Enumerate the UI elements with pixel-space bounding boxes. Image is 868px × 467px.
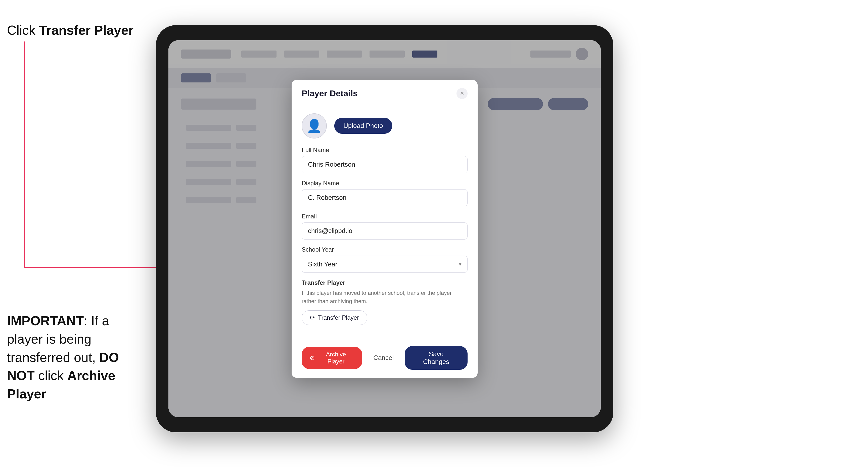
transfer-section-title: Transfer Player (302, 279, 468, 286)
school-year-label: School Year (302, 246, 468, 253)
school-year-select-wrapper: First Year Second Year Third Year Fourth… (302, 256, 468, 273)
archive-player-label: Archive Player (318, 351, 354, 365)
email-label: Email (302, 213, 468, 220)
email-group: Email (302, 213, 468, 240)
full-name-input[interactable] (302, 156, 468, 173)
display-name-group: Display Name (302, 180, 468, 206)
avatar-person-icon: 👤 (306, 119, 322, 133)
instruction-rest2: click (35, 368, 67, 383)
instruction-top: Click Transfer Player (7, 23, 133, 38)
avatar-circle: 👤 (302, 113, 327, 138)
instruction-highlight: Transfer Player (39, 23, 133, 37)
modal-title: Player Details (302, 89, 358, 98)
tablet-screen: Player Details × 👤 Upload Photo Full Nam (168, 40, 601, 417)
transfer-player-button[interactable]: ⟳ Transfer Player (302, 310, 367, 325)
school-year-select[interactable]: First Year Second Year Third Year Fourth… (302, 256, 468, 273)
archive-icon: ⊘ (310, 354, 315, 362)
modal-header: Player Details × (291, 80, 477, 105)
transfer-icon: ⟳ (310, 314, 315, 321)
modal-close-button[interactable]: × (457, 88, 468, 99)
display-name-label: Display Name (302, 180, 468, 187)
modal-body: 👤 Upload Photo Full Name Display Name (291, 105, 477, 341)
transfer-player-section: Transfer Player If this player has moved… (302, 279, 468, 325)
archive-player-button[interactable]: ⊘ Archive Player (302, 347, 362, 369)
transfer-player-button-label: Transfer Player (318, 314, 359, 321)
instruction-prefix: Click (7, 23, 39, 37)
school-year-group: School Year First Year Second Year Third… (302, 246, 468, 273)
display-name-input[interactable] (302, 189, 468, 206)
transfer-section-description: If this player has moved to another scho… (302, 289, 468, 305)
cancel-button[interactable]: Cancel (367, 350, 400, 366)
full-name-group: Full Name (302, 147, 468, 173)
important-label: IMPORTANT (7, 313, 84, 328)
full-name-label: Full Name (302, 147, 468, 154)
email-input[interactable] (302, 222, 468, 240)
modal-footer: ⊘ Archive Player Cancel Save Changes (291, 341, 477, 378)
tablet-device: Player Details × 👤 Upload Photo Full Nam (156, 25, 613, 432)
save-changes-button[interactable]: Save Changes (405, 346, 468, 370)
instruction-bottom: IMPORTANT: If a player is being transfer… (7, 312, 145, 403)
player-details-modal: Player Details × 👤 Upload Photo Full Nam (291, 80, 477, 378)
modal-overlay: Player Details × 👤 Upload Photo Full Nam (168, 40, 601, 417)
arrow-vertical (24, 41, 25, 268)
upload-photo-button[interactable]: Upload Photo (334, 118, 392, 134)
avatar-section: 👤 Upload Photo (302, 113, 468, 138)
